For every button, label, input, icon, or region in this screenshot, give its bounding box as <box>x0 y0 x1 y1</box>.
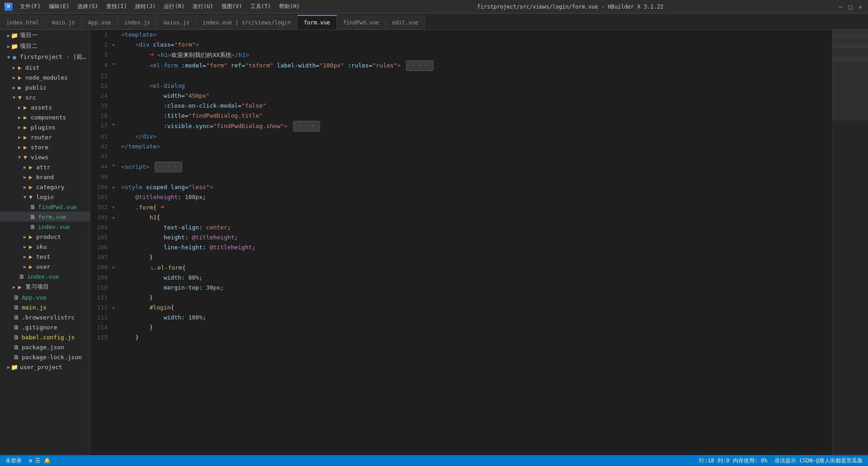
tab-app-vue[interactable]: App.vue <box>82 15 118 29</box>
sidebar-label: index.vue <box>27 273 86 280</box>
folder-icon: ▶ <box>27 243 34 250</box>
sidebar-item-project1[interactable]: 📁 项目一 <box>0 30 90 41</box>
menu-help[interactable]: 帮助(H) <box>275 2 303 11</box>
line-gutter: ◆ <box>112 262 119 273</box>
sidebar-item-package-json[interactable]: 🗎 package.json <box>0 342 90 352</box>
menu-jump[interactable]: 跳转(J) <box>132 2 160 11</box>
expand-icon <box>13 285 15 290</box>
sidebar-item-index-vue-login[interactable]: 🗎 index.vue <box>0 222 90 232</box>
line-gutter <box>112 233 119 243</box>
window-title: firstproject/src/views/login/form.vue - … <box>477 4 664 10</box>
sidebar-item-attr[interactable]: ▶ attr <box>0 162 90 172</box>
sidebar-item-index-vue-src[interactable]: 🗎 index.vue <box>0 271 90 281</box>
tab-main-js[interactable]: main.js <box>46 15 82 29</box>
sidebar-item-views[interactable]: ▼ views <box>0 152 90 162</box>
sidebar-label: components <box>31 114 86 121</box>
sidebar-item-brand[interactable]: ▶ brand <box>0 172 90 182</box>
menu-file[interactable]: 文件(F) <box>16 2 44 11</box>
line-gutter <box>112 30 119 40</box>
line-content: } <box>119 333 832 342</box>
sidebar-item-babel-config[interactable]: 🗎 babel.config.js <box>0 332 90 342</box>
tab-edit-vue[interactable]: edit.vue <box>386 15 425 29</box>
sidebar-item-main-js[interactable]: 🗎 main.js <box>0 302 90 312</box>
menu-publish[interactable]: 发行(U) <box>189 2 217 11</box>
sidebar-item-user[interactable]: ▶ user <box>0 262 90 271</box>
status-line-info: 行:18 列:0 内存使用: 0% <box>699 457 767 465</box>
tab-index-vue-login[interactable]: index.vue | src/views/login <box>196 15 297 29</box>
menu-run[interactable]: 运行(R) <box>160 2 188 11</box>
line-content: } <box>119 323 832 333</box>
folder-icon: ▼ <box>22 153 29 161</box>
status-login: 未登录 <box>5 457 22 465</box>
line-number: 43 <box>90 152 112 162</box>
code-line: 113 width: 100%; <box>90 313 832 323</box>
line-gutter: ◆ <box>112 303 119 313</box>
sidebar-item-assets[interactable]: ▶ assets <box>0 102 90 112</box>
window-controls: ─ □ ✕ <box>837 4 863 10</box>
line-content: } <box>119 293 832 303</box>
sidebar-item-user-project[interactable]: 📁 user_project <box>0 362 90 372</box>
close-button[interactable]: ✕ <box>857 4 863 10</box>
menu-edit[interactable]: 编辑(E) <box>45 2 73 11</box>
collapsed-block-3[interactable]: · · · <box>155 162 182 172</box>
file-explorer: 📁 项目一 📁 项目二 ◼ firstproject - [前端网页] ▶ di… <box>0 30 90 455</box>
line-number: 25 <box>90 101 112 111</box>
line-number: 103 <box>90 213 112 223</box>
maximize-button[interactable]: □ <box>847 4 854 10</box>
sidebar-item-gitignore[interactable]: 🗎 .gitignore <box>0 322 90 332</box>
sidebar-label: 项目二 <box>20 42 86 50</box>
code-line: 103 ◆ h1{ <box>90 213 832 223</box>
sidebar-item-category[interactable]: ▶ category <box>0 182 90 192</box>
menu-select[interactable]: 选择(S) <box>74 2 102 11</box>
menu-find[interactable]: 查找(I) <box>103 2 131 11</box>
code-line: 107 } <box>90 252 832 262</box>
sidebar-item-findpwd[interactable]: 🗎 findPwd.vue <box>0 202 90 212</box>
line-number: 112 <box>90 303 112 313</box>
line-number: 27 <box>90 121 112 132</box>
folder-icon: ▶ <box>16 283 24 290</box>
expand-icon <box>18 145 21 150</box>
tab-index-html[interactable]: index.html <box>0 15 46 29</box>
code-line: 114 } <box>90 323 832 333</box>
sidebar-item-project2[interactable]: 📁 项目二 <box>0 41 90 52</box>
sidebar-item-public[interactable]: ▶ public <box>0 82 90 92</box>
sidebar-item-product[interactable]: ▶ product <box>0 232 90 242</box>
code-editor[interactable]: 1 <template> 2 ◆ <div class="form"> 3 ➜ … <box>90 30 832 455</box>
collapsed-block[interactable]: · · · <box>406 60 433 71</box>
sidebar-item-dist[interactable]: ▶ dist <box>0 62 90 72</box>
tab-form-vue[interactable]: form.vue <box>297 15 337 29</box>
minimize-button[interactable]: ─ <box>837 4 844 10</box>
collapsed-block-2[interactable]: · · · <box>293 121 320 132</box>
expand-icon <box>24 175 26 180</box>
line-number: 22 <box>90 71 112 81</box>
expand-icon <box>13 65 15 70</box>
sidebar-item-src[interactable]: ▼ src <box>0 92 90 102</box>
tab-findpwd-vue[interactable]: findPwd.vue <box>337 15 386 29</box>
code-line: 27 * :visible.sync="findPwdDialog.show">… <box>90 121 832 132</box>
sidebar-item-store[interactable]: ▶ store <box>0 142 90 152</box>
sidebar-item-review[interactable]: ▶ 复习项目 <box>0 281 90 292</box>
sidebar-item-sku[interactable]: ▶ sku <box>0 242 90 252</box>
sidebar-item-browserslist[interactable]: 🗎 .browserslistrc <box>0 312 90 322</box>
sidebar-item-components[interactable]: ▶ components <box>0 112 90 122</box>
code-line: 106 line-height: @titleheight; <box>90 243 832 252</box>
sidebar-item-login[interactable]: ▼ login <box>0 192 90 202</box>
sidebar-item-app-vue[interactable]: 🗎 App.vue <box>0 292 90 302</box>
sidebar-item-node-modules[interactable]: ▶ node_modules <box>0 72 90 82</box>
expand-icon <box>7 44 10 49</box>
code-line: 22 <box>90 71 832 81</box>
expand-icon <box>18 115 21 120</box>
line-number: 109 <box>90 273 112 283</box>
menu-tools[interactable]: 工具(T) <box>247 2 275 11</box>
menu-view[interactable]: 视图(V) <box>218 2 246 11</box>
tab-axios-js[interactable]: axios.js <box>157 15 196 29</box>
sidebar-item-firstproject[interactable]: ◼ firstproject - [前端网页] <box>0 52 90 62</box>
sidebar-item-router[interactable]: ▶ router <box>0 132 90 142</box>
sidebar-item-form-vue[interactable]: 🗎 form.vue <box>0 212 90 222</box>
tab-index-js[interactable]: index.js <box>118 15 157 29</box>
sidebar-item-plugins[interactable]: ▶ plugins <box>0 122 90 132</box>
code-line: 23 <el-dialog <box>90 81 832 91</box>
sidebar-item-test[interactable]: ▶ test <box>0 252 90 262</box>
line-content: ➜ <h1>欢迎来到我们的XX系统</h1> <box>119 50 832 60</box>
sidebar-item-package-lock[interactable]: 🗎 package-lock.json <box>0 352 90 362</box>
